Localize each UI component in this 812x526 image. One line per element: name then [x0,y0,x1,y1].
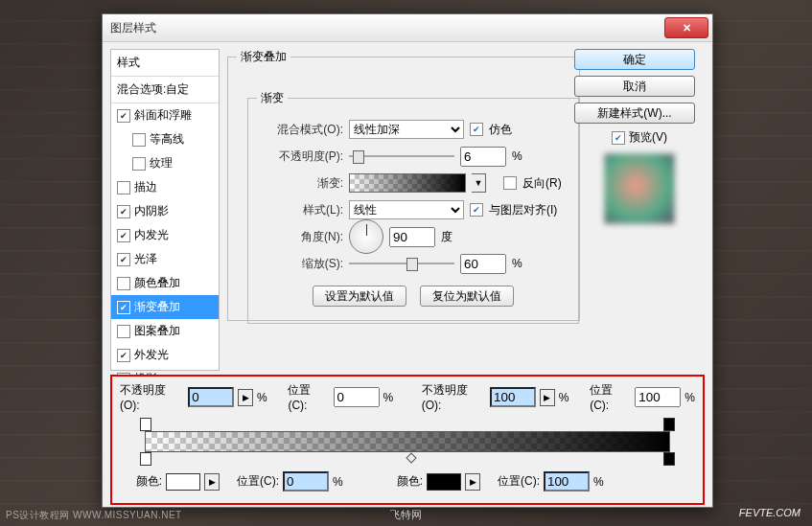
scale-label: 缩放(S): [265,256,343,272]
opacity1-label: 不透明度(O): [120,382,184,412]
reverse-label: 反向(R) [522,175,562,192]
dither-label: 仿色 [489,122,512,138]
style-item-7[interactable]: 颜色叠加 [111,271,219,295]
percent-label: % [512,149,522,163]
style-label: 样式(L): [265,202,343,218]
style-item-label: 渐变叠加 [134,299,180,315]
location1-input[interactable] [334,387,380,407]
preview-checkbox[interactable]: ✔ [612,131,625,145]
clocation2-label: 位置(C): [498,473,540,490]
titlebar[interactable]: 图层样式 ✕ [103,14,712,42]
style-item-1[interactable]: 等高线 [111,127,219,151]
clocation1-input[interactable] [283,471,329,492]
color2-picker[interactable]: ▶ [465,473,480,491]
gradient-subgroup: 渐变 混合模式(O): 线性加深 ✔ 仿色 不透明度(P): % 渐变: ▼ 反… [247,90,579,324]
ok-button[interactable]: 确定 [574,49,695,70]
gradient-ramp[interactable] [145,418,670,466]
style-checkbox[interactable]: ✔ [117,109,130,123]
style-item-label: 内阴影 [134,203,169,219]
style-checkbox[interactable] [117,181,130,194]
close-button[interactable]: ✕ [664,17,708,38]
styles-header[interactable]: 样式 [111,50,219,77]
scale-slider[interactable] [349,257,454,270]
opacity1-stepper[interactable]: ▶ [238,389,253,406]
make-default-button[interactable]: 设置为默认值 [313,286,406,307]
color-stop-right[interactable] [663,452,675,466]
watermark-right: FEVTE.COM [739,507,800,518]
style-item-8[interactable]: ✔渐变叠加 [111,295,219,319]
gradient-overlay-group: 渐变叠加 渐变 混合模式(O): 线性加深 ✔ 仿色 不透明度(P): % 渐变… [227,49,580,321]
color-stop-left[interactable] [140,452,151,466]
dither-checkbox[interactable]: ✔ [470,123,483,136]
blendmode-label: 混合模式(O): [265,122,343,138]
scale-input[interactable] [460,254,506,274]
clocation1-label: 位置(C): [237,473,279,490]
gradient-dropdown[interactable]: ▼ [472,173,486,193]
color1-label: 颜色: [120,473,162,490]
style-item-label: 外发光 [134,347,169,363]
clocation2-input[interactable] [544,471,590,492]
style-item-label: 内发光 [134,227,169,243]
opacity1-input[interactable] [188,387,234,407]
style-item-label: 图案叠加 [134,323,180,339]
style-item-label: 描边 [134,179,157,195]
style-item-9[interactable]: 图案叠加 [111,319,219,343]
color2-swatch[interactable] [427,473,461,491]
angle-dial[interactable] [349,219,383,254]
opacity-slider[interactable] [349,149,454,163]
style-checkbox[interactable]: ✔ [117,229,130,242]
style-item-4[interactable]: ✔内阴影 [111,199,219,223]
new-style-button[interactable]: 新建样式(W)... [574,103,695,124]
style-item-10[interactable]: ✔外发光 [111,343,219,367]
align-checkbox[interactable]: ✔ [470,203,483,217]
watermark-left: PS设计教程网 WWW.MISSYUAN.NET [6,509,182,522]
styles-list: 样式 混合选项:自定 ✔斜面和浮雕等高线纹理描边✔内阴影✔内发光✔光泽颜色叠加✔… [110,49,220,371]
opacity2-stepper[interactable]: ▶ [540,389,555,406]
style-checkbox[interactable] [117,277,130,290]
layer-style-dialog: 图层样式 ✕ 样式 混合选项:自定 ✔斜面和浮雕等高线纹理描边✔内阴影✔内发光✔… [102,13,713,508]
close-icon: ✕ [683,22,691,34]
gradient-preview[interactable] [349,173,466,193]
style-item-5[interactable]: ✔内发光 [111,223,219,247]
blend-options-row[interactable]: 混合选项:自定 [111,77,219,103]
subgroup-title: 渐变 [257,90,288,106]
caption-center: 飞特网 [390,508,422,522]
style-checkbox[interactable] [132,133,146,147]
color2-label: 颜色: [397,473,423,490]
style-select[interactable]: 线性 [349,200,464,219]
cancel-button[interactable]: 取消 [574,76,695,97]
location2-input[interactable] [635,387,681,407]
reverse-checkbox[interactable] [503,176,517,190]
dialog-buttons: 确定 取消 新建样式(W)... ✔预览(V) [574,49,705,224]
style-checkbox[interactable]: ✔ [117,301,130,314]
style-checkbox[interactable] [132,157,146,171]
degree-label: 度 [441,229,452,245]
color1-swatch[interactable] [166,473,200,491]
opacity-stop-left[interactable] [140,418,151,431]
style-item-label: 纹理 [150,155,173,172]
gradient-label: 渐变: [265,175,343,192]
opacity-stop-right[interactable] [663,418,675,431]
style-item-label: 光泽 [134,251,157,267]
group-title: 渐变叠加 [237,49,290,65]
midpoint-handle[interactable] [406,452,416,463]
percent-label: % [512,257,522,270]
style-item-2[interactable]: 纹理 [111,151,219,175]
opacity-input[interactable] [460,147,506,167]
style-checkbox[interactable]: ✔ [117,205,130,218]
style-checkbox[interactable]: ✔ [117,253,130,266]
reset-default-button[interactable]: 复位为默认值 [420,286,514,307]
color1-picker[interactable]: ▶ [204,473,220,491]
blendmode-select[interactable]: 线性加深 [349,120,464,139]
style-item-0[interactable]: ✔斜面和浮雕 [111,103,219,127]
style-item-3[interactable]: 描边 [111,175,219,199]
gradient-strip[interactable] [145,431,670,452]
style-checkbox[interactable] [117,325,130,338]
style-item-label: 等高线 [150,131,184,148]
opacity2-input[interactable] [490,387,536,407]
opacity2-label: 不透明度(O): [422,382,486,412]
style-item-6[interactable]: ✔光泽 [111,247,219,271]
style-checkbox[interactable]: ✔ [117,349,130,362]
preview-thumbnail [604,153,675,224]
angle-input[interactable] [389,227,435,247]
